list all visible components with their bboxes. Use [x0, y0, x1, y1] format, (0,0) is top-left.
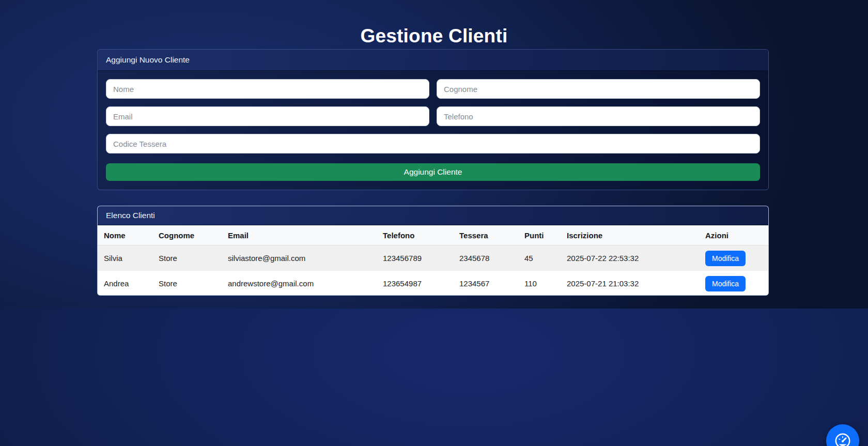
- cell-azioni: Modifica: [699, 271, 769, 296]
- form-row-3: [106, 134, 760, 153]
- cell-telefono: 123654987: [377, 271, 453, 296]
- cell-telefono: 123456789: [377, 245, 453, 271]
- cell-iscrizione: 2025-07-22 22:53:32: [561, 245, 699, 271]
- column-header-telefono: Telefono: [377, 225, 453, 245]
- client-list-card-header: Elenco Clienti: [98, 206, 768, 225]
- cell-email: silviastore@gmail.com: [222, 245, 377, 271]
- column-header-tessera: Tessera: [453, 225, 518, 245]
- column-header-nome: Nome: [98, 225, 152, 245]
- page-background-bottom: [0, 309, 868, 446]
- modifica-button[interactable]: Modifica: [705, 251, 746, 266]
- table-row: Silvia Store silviastore@gmail.com 12345…: [98, 245, 769, 271]
- cell-punti: 45: [518, 245, 561, 271]
- column-header-cognome: Cognome: [152, 225, 222, 245]
- cell-tessera: 1234567: [453, 271, 518, 296]
- add-client-card: Aggiungi Nuovo Cliente Aggiungi Cliente: [97, 49, 769, 190]
- form-row-2: [106, 106, 760, 126]
- codice-tessera-input[interactable]: [106, 134, 760, 153]
- page-title: Gestione Clienti: [0, 25, 868, 47]
- add-client-form: Aggiungi Cliente: [98, 71, 768, 189]
- cell-azioni: Modifica: [699, 245, 769, 271]
- clients-table: Nome Cognome Email Telefono Tessera Punt…: [98, 225, 769, 296]
- cell-email: andrewstore@gmail.com: [222, 271, 377, 296]
- client-list-card: Elenco Clienti Nome Cognome Email Telefo…: [97, 206, 769, 296]
- add-client-card-header: Aggiungi Nuovo Cliente: [98, 50, 768, 71]
- cell-nome: Andrea: [98, 271, 152, 296]
- cell-cognome: Store: [152, 245, 222, 271]
- table-header-row: Nome Cognome Email Telefono Tessera Punt…: [98, 225, 769, 245]
- form-row-1: [106, 79, 760, 99]
- email-input[interactable]: [106, 106, 429, 126]
- add-client-button[interactable]: Aggiungi Cliente: [106, 163, 760, 181]
- table-row: Andrea Store andrewstore@gmail.com 12365…: [98, 271, 769, 296]
- cell-tessera: 2345678: [453, 245, 518, 271]
- modifica-button[interactable]: Modifica: [705, 276, 746, 291]
- cell-nome: Silvia: [98, 245, 152, 271]
- cognome-input[interactable]: [437, 79, 760, 99]
- column-header-email: Email: [222, 225, 377, 245]
- cell-cognome: Store: [152, 271, 222, 296]
- speedometer-icon: [834, 432, 851, 446]
- cell-punti: 110: [518, 271, 561, 296]
- column-header-punti: Punti: [518, 225, 561, 245]
- cell-iscrizione: 2025-07-21 21:03:32: [561, 271, 699, 296]
- nome-input[interactable]: [106, 79, 429, 99]
- column-header-iscrizione: Iscrizione: [561, 225, 699, 245]
- telefono-input[interactable]: [437, 106, 760, 126]
- column-header-azioni: Azioni: [699, 225, 769, 245]
